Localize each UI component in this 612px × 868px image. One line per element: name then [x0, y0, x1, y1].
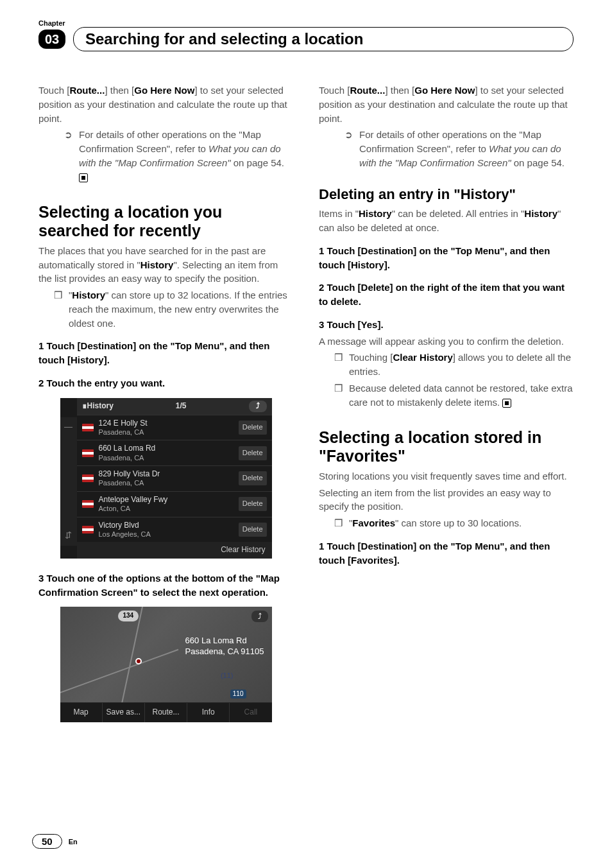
history-label: History	[524, 208, 557, 219]
page-language: En	[69, 838, 78, 846]
step-2: 2 Touch the entry you want.	[38, 376, 293, 390]
text: " can store up to 30 locations.	[395, 517, 522, 528]
history-label: History	[140, 259, 174, 270]
map-tab-map[interactable]: Map	[60, 703, 103, 722]
list-item[interactable]: 829 Holly Vista DrPasadena, CA Delete	[77, 465, 272, 491]
favorites-label: Favorites	[352, 517, 395, 528]
flag-icon	[82, 424, 94, 431]
step-3: 3 Touch one of the options at the bottom…	[38, 571, 293, 600]
arrow-icon: ➲	[64, 128, 72, 184]
text: ] then [	[385, 85, 414, 96]
delete-button[interactable]: Delete	[239, 523, 267, 537]
right-column: Touch [Route...] then [Go Here Now] to s…	[319, 83, 574, 730]
page-number: 50	[32, 834, 62, 849]
page-indicator: 1/5	[176, 401, 187, 412]
text: on page 54.	[511, 157, 565, 168]
step-1: 1 Touch [Destination] on the "Top Menu",…	[38, 339, 293, 367]
del-step-2: 2 Touch [Delete] on the right of the ite…	[319, 281, 574, 309]
route-label: Route...	[69, 85, 105, 96]
chapter-label: Chapter	[38, 19, 574, 27]
clear-history-label: Clear History	[393, 352, 452, 363]
delete-button[interactable]: Delete	[239, 497, 267, 511]
delete-button[interactable]: Delete	[239, 446, 267, 460]
addr-main: 829 Holly Vista Dr	[99, 469, 160, 478]
flag-icon	[82, 449, 94, 457]
section-heading-deleting: Deleting an entry in "History"	[319, 184, 574, 205]
text: " can be deleted. All entries in "	[392, 208, 525, 219]
reference-text: For details of other operations on the "…	[79, 128, 293, 184]
route-badge: 134	[118, 611, 139, 621]
go-here-label: Go Here Now	[414, 85, 475, 96]
addr-sub: Pasadena, CA	[99, 454, 144, 462]
map-tab-saveas[interactable]: Save as...	[103, 703, 145, 722]
list-item[interactable]: 660 La Loma RdPasadena, CA Delete	[77, 440, 272, 465]
note-text: Touching [Clear History] allows you to d…	[349, 351, 574, 379]
reference-text: For details of other operations on the "…	[359, 128, 574, 169]
scroll-sidebar[interactable]: — ⇵	[60, 417, 77, 546]
back-button[interactable]: ⤴	[251, 611, 268, 622]
note-text: "History" can store up to 32 locations. …	[69, 288, 293, 330]
fav-step-1: 1 Touch [Destination] on the "Top Menu",…	[319, 539, 574, 568]
header-row: 03 Searching for and selecting a locatio…	[38, 27, 574, 51]
del-step-1: 1 Touch [Destination] on the "Top Menu",…	[319, 244, 574, 272]
addr-main: Victory Blvd	[99, 521, 139, 530]
map-marker: (11)	[221, 671, 234, 681]
flag-icon	[82, 500, 94, 508]
list-item[interactable]: Victory BlvdLos Angeles, CA Delete	[77, 517, 272, 542]
left-column: Touch [Route...] then [Go Here Now] to s…	[38, 83, 293, 730]
del-step-3: 3 Touch [Yes].	[319, 318, 574, 332]
delete-confirm-msg: A message will appear asking you to conf…	[319, 334, 574, 349]
scroll-track-icon: —	[64, 421, 72, 433]
square-bullet-icon: ❒	[334, 351, 343, 379]
note-text: Because deleted data cannot be restored,…	[349, 381, 574, 410]
history-title: ∎History	[82, 401, 114, 412]
page-footer: 50 En	[32, 834, 78, 849]
text: Touch [	[38, 85, 69, 96]
addr-sub: Acton, CA	[99, 505, 131, 512]
page-title: Searching for and selecting a location	[73, 27, 574, 51]
map-addr-line1: 660 La Loma Rd	[185, 636, 247, 645]
map-tab-route[interactable]: Route...	[145, 703, 187, 722]
delete-button[interactable]: Delete	[239, 421, 267, 435]
addr-main: Antelope Valley Fwy	[99, 495, 168, 504]
section-heading-recent: Selecting a location you searched for re…	[38, 203, 293, 240]
text: Items in "	[319, 208, 359, 219]
history-label: History	[72, 290, 105, 300]
map-tab-info[interactable]: Info	[187, 703, 230, 722]
square-bullet-icon: ❒	[54, 288, 62, 330]
text: Touching [	[349, 352, 393, 363]
text: Touch [	[319, 85, 350, 96]
map-pin-icon	[135, 658, 142, 664]
addr-sub: Pasadena, CA	[99, 428, 144, 436]
addr-main: 124 E Holly St	[99, 419, 148, 428]
fav-p1: Storing locations you visit frequently s…	[319, 469, 574, 483]
fav-p2: Selecting an item from the list provides…	[319, 486, 574, 514]
note-text: "Favorites" can store up to 30 locations…	[349, 516, 522, 530]
map-tab-call[interactable]: Call	[230, 703, 271, 722]
addr-main: 660 La Loma Rd	[99, 444, 156, 453]
addr-sub: Pasadena, CA	[99, 479, 144, 487]
history-screenshot: — ⇵ ∎History 1/5 ⤴ 124 E Holly StPasaden…	[60, 398, 272, 559]
history-label: History	[359, 208, 392, 219]
text: on page 54.	[231, 157, 284, 168]
end-mark-icon	[502, 399, 511, 408]
back-button[interactable]: ⤴	[249, 401, 267, 412]
list-item[interactable]: Antelope Valley FwyActon, CA Delete	[77, 491, 272, 517]
map-confirmation-screenshot: 134 ⤴ 660 La Loma Rd Pasadena, CA 91105 …	[60, 607, 272, 722]
addr-sub: Los Angeles, CA	[99, 530, 151, 538]
arrow-icon: ➲	[344, 128, 353, 169]
chapter-number-badge: 03	[38, 30, 65, 49]
end-mark-icon	[79, 173, 88, 182]
section-heading-favorites: Selecting a location stored in "Favorite…	[319, 428, 574, 465]
highway-badge: 110	[230, 690, 246, 699]
clear-history-button[interactable]: Clear History	[77, 542, 272, 558]
text: ] then [	[105, 85, 134, 96]
delete-button[interactable]: Delete	[239, 471, 267, 485]
square-bullet-icon: ❒	[334, 516, 343, 530]
go-here-label: Go Here Now	[134, 85, 194, 96]
route-label: Route...	[350, 85, 385, 96]
list-item[interactable]: 124 E Holly StPasadena, CA Delete	[77, 415, 272, 440]
square-bullet-icon: ❒	[334, 381, 343, 410]
flag-icon	[82, 526, 94, 534]
sort-icon[interactable]: ⇵	[65, 530, 72, 542]
